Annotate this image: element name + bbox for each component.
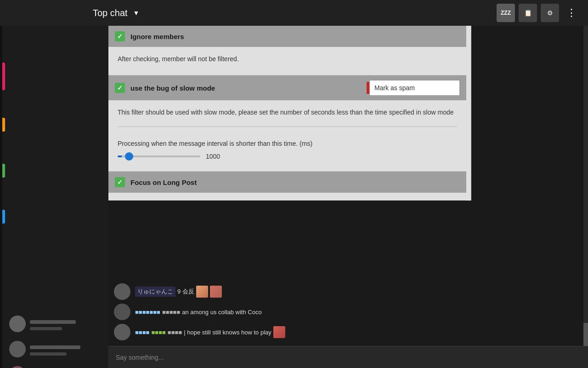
ignore-members-body: After checking, member will not be filte… (108, 47, 466, 68)
ignore-members-checkbox[interactable] (115, 31, 125, 41)
settings-panel-scroll[interactable]: Ignore members After checking, member wi… (108, 26, 471, 201)
interval-slider[interactable] (118, 155, 200, 157)
ignore-members-title: Ignore members (130, 33, 460, 40)
left-sidebar (0, 26, 108, 368)
settings-panel: Ignore members After checking, member wi… (108, 26, 471, 201)
slow-mode-description: This filter should be used with slow mod… (118, 108, 457, 117)
dropdown-arrow-icon[interactable]: ▼ (133, 9, 140, 17)
msg-content: りゅにゃんこ 9 会反 (135, 286, 582, 298)
avatar (114, 283, 130, 300)
chat-scrollbar-thumb[interactable] (583, 323, 588, 346)
header-left: Top chat ▼ (93, 8, 139, 18)
main-area: Ignore members After checking, member wi… (0, 26, 588, 368)
msg-text-1: an among us collab with Coco (182, 309, 261, 316)
slow-mode-title: use the bug of slow mode (130, 84, 361, 92)
msg-text-jp: 9 会反 (177, 288, 194, 296)
chat-message-2: ■■■■ ■■■■ ■■■■ | hope still still knows … (108, 322, 588, 342)
mark-as-spam-input[interactable] (369, 80, 460, 96)
slider-value: 1000 (206, 153, 224, 160)
slider-row: 1000 (118, 153, 457, 160)
slow-mode-checkbox[interactable] (115, 83, 125, 93)
settings-button[interactable]: ⚙ (541, 4, 559, 22)
chat-message-1: ■■■■■■■ ■■■■■ an among us collab with Co… (108, 302, 588, 322)
edit-icon: 📋 (524, 9, 532, 17)
spam-input-wrapper (367, 80, 460, 96)
avatar (114, 304, 130, 320)
more-icon: ⋮ (566, 7, 577, 18)
zzz-label: ZZZ (501, 10, 511, 16)
ignore-members-section: Ignore members After checking, member wi… (108, 26, 466, 75)
username-tag: りゅにゃんこ (135, 287, 175, 297)
say-something-label[interactable]: Say something... (116, 354, 164, 361)
slow-mode-header: use the bug of slow mode (108, 75, 466, 100)
header-controls: ZZZ 📋 ⚙ ⋮ (497, 4, 581, 22)
focus-long-post-header: Focus on Long Post (108, 172, 466, 193)
avatar (114, 324, 130, 340)
slow-mode-divider (118, 126, 457, 127)
ignore-members-description: After checking, member will not be filte… (118, 54, 457, 64)
page-title: Top chat (93, 8, 128, 18)
emoji-face (273, 326, 285, 338)
username-2c: ■■■■ (168, 329, 182, 336)
msg-content-2: ■■■■ ■■■■ ■■■■ | hope still still knows … (135, 326, 582, 338)
chat-messages-area: りゅにゃんこ 9 会反 ■■■■■■■ ■■■■■ an among us co… (108, 278, 588, 346)
username-2: ■■■■ (135, 329, 149, 336)
gear-icon: ⚙ (547, 9, 553, 17)
msg-text-2: | hope still still knows how to play (184, 329, 271, 336)
edit-button[interactable]: 📋 (519, 4, 537, 22)
focus-long-post-checkbox[interactable] (115, 177, 125, 187)
focus-long-post-section: Focus on Long Post (108, 172, 466, 201)
header: Top chat ▼ ZZZ 📋 ⚙ ⋮ (0, 0, 588, 26)
chat-input-bar: Say something... (108, 346, 588, 368)
chat-message-japanese: りゅにゃんこ 9 会反 (108, 282, 588, 302)
username-1b: ■■■■■ (162, 309, 180, 316)
emoji-1 (196, 286, 208, 298)
more-options-button[interactable]: ⋮ (563, 5, 581, 21)
ignore-members-header: Ignore members (108, 26, 466, 47)
username-2b: ■■■■ (151, 329, 165, 336)
content-area: Ignore members After checking, member wi… (108, 26, 588, 368)
slider-section: Processing when the message interval is … (108, 132, 466, 164)
emoji-2 (210, 286, 222, 298)
slow-mode-section: use the bug of slow mode This filter sho… (108, 75, 466, 172)
zzz-button[interactable]: ZZZ (497, 4, 515, 22)
username-1: ■■■■■■■ (135, 309, 160, 316)
slider-label: Processing when the message interval is … (118, 140, 457, 147)
chat-scrollbar[interactable] (583, 26, 588, 346)
focus-long-post-title: Focus on Long Post (130, 178, 460, 186)
slow-mode-body: This filter should be used with slow mod… (108, 100, 466, 121)
msg-content-1: ■■■■■■■ ■■■■■ an among us collab with Co… (135, 309, 582, 316)
